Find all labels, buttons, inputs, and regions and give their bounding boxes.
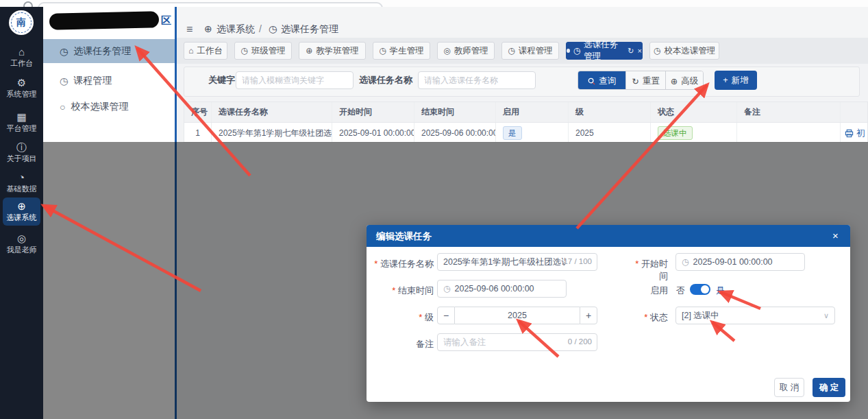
col-start: 开始时间	[332, 102, 414, 122]
confirm-button[interactable]: 确 定	[813, 378, 845, 397]
rail-item-system[interactable]: ⚙ 系统管理	[0, 77, 43, 99]
col-name: 选课任务名称	[212, 102, 332, 122]
home-icon: ⌂	[0, 47, 43, 58]
active-dot-icon	[567, 49, 570, 53]
clock-icon: ◷	[682, 257, 689, 267]
app-logo-seal-icon: 南	[11, 12, 32, 33]
alarm-clock-icon: ◷	[60, 46, 68, 57]
alarm-clock-icon: ◷	[269, 23, 277, 34]
char-counter: 17 / 100	[563, 257, 592, 265]
tab-task-management-active[interactable]: ◷ 选课任务管理 ↻ ×	[566, 42, 643, 60]
keyword-input[interactable]	[236, 71, 354, 89]
sidebar-item-course-management[interactable]: ◷ 课程管理	[43, 69, 175, 93]
task-name-field[interactable]: 17 / 100	[437, 253, 597, 271]
search-button[interactable]: 查询	[578, 71, 626, 90]
toggle-on-label: 是	[716, 285, 725, 297]
edit-task-modal: 编辑选课任务 × 选课任务名称 17 / 100 开始时间 ◷ 2025-09-…	[367, 225, 850, 402]
clock-icon: ◷	[654, 46, 660, 56]
clock-icon: ◷	[379, 46, 386, 56]
start-time-field-label: 开始时间	[627, 258, 668, 283]
school-name-redaction	[49, 11, 159, 29]
grade-value[interactable]: 2025	[455, 307, 580, 324]
plus-icon: +	[723, 75, 728, 85]
chevron-down-icon: ∨	[823, 311, 829, 320]
tab-teaching-class[interactable]: ⊕ 教学班管理	[299, 42, 366, 60]
add-button[interactable]: + 新增	[715, 71, 757, 90]
task-table: 序号 选课任务名称 开始时间 结束时间 启用 级 状态 备注 1 2025学年第…	[184, 101, 868, 143]
keyword-label: 关键字	[208, 74, 235, 86]
minus-button[interactable]: −	[437, 307, 455, 324]
col-status: 状态	[651, 102, 737, 122]
start-time-field[interactable]: ◷ 2025-09-01 00:00:00	[675, 253, 805, 271]
grade-field-label: 级	[413, 311, 434, 324]
col-actions	[841, 102, 867, 122]
status-field-label: 状态	[641, 311, 668, 324]
rail-item-basedata[interactable]: ◔ 基础数据	[0, 172, 43, 193]
modal-title: 编辑选课任务	[376, 230, 432, 243]
menu-icon[interactable]: ≡	[186, 23, 193, 36]
tab-close-icon[interactable]: ×	[638, 47, 642, 55]
breadcrumb-page[interactable]: 选课任务管理	[281, 23, 338, 36]
breadcrumb-separator: /	[259, 23, 262, 34]
tab-school-selection[interactable]: ◷ 校本选课管理	[649, 42, 719, 60]
alarm-clock-icon: ◷	[508, 46, 514, 56]
row-action-link[interactable]: 初	[845, 128, 865, 139]
cell-enabled: 是	[496, 123, 569, 143]
status-select[interactable]: [2] 选课中 ∨	[675, 307, 835, 324]
col-seq: 序号	[184, 102, 212, 122]
compass-icon: ⊕	[3, 201, 40, 212]
tab-class-management[interactable]: ◷ 班级管理	[234, 42, 292, 60]
col-enabled: 启用	[496, 102, 569, 122]
cell-name: 2025学年第1学期七年级社团选课	[212, 123, 332, 143]
pie-icon: ◔	[0, 172, 43, 183]
breadcrumb-section[interactable]: 选课系统	[216, 23, 255, 36]
enable-toggle[interactable]	[690, 284, 710, 295]
sidebar-item-school-selection[interactable]: ○ 校本选课管理	[43, 95, 175, 119]
reset-button[interactable]: ↻ 重置	[626, 71, 666, 90]
col-grade: 级	[569, 102, 651, 122]
cell-grade: 2025	[569, 123, 651, 143]
school-name: 区	[49, 11, 174, 32]
app-logo[interactable]: 南	[9, 10, 34, 35]
compass-icon: ⊕	[306, 46, 312, 56]
tab-workbench[interactable]: ⌂ 工作台	[184, 42, 227, 60]
tab-refresh-icon[interactable]: ↻	[628, 47, 634, 56]
tab-student-management[interactable]: ◷ 学生管理	[373, 42, 430, 60]
tab-teacher-management[interactable]: ◎ 教师管理	[437, 42, 495, 60]
sidebar-item-task-management[interactable]: ◷ 选课任务管理	[43, 39, 175, 63]
grid-icon: ▦	[0, 112, 43, 123]
cell-status: 选课中	[651, 123, 737, 143]
school-name-suffix: 区	[161, 14, 171, 27]
enable-field-label: 启用	[634, 285, 668, 297]
rail-item-platform[interactable]: ▦ 平台管理	[0, 112, 43, 133]
advanced-button[interactable]: ⊕ 高级	[666, 71, 703, 90]
rail-item-about[interactable]: ⓘ 关于项目	[0, 142, 43, 163]
cancel-button[interactable]: 取 消	[774, 378, 804, 397]
rail-item-course-selection[interactable]: ⊕ 选课系统	[3, 197, 40, 226]
table-row[interactable]: 1 2025学年第1学期七年级社团选课 2025-09-01 00:00:00 …	[184, 123, 867, 143]
refresh-icon: ↻	[632, 76, 638, 86]
cell-actions: 初	[841, 123, 867, 143]
zoom-plus-icon: ⊕	[671, 76, 678, 86]
toggle-knob	[701, 285, 709, 294]
task-name-label: 选课任务名称	[359, 74, 412, 86]
task-name-input[interactable]	[418, 71, 536, 89]
clock-icon: ◷	[443, 284, 450, 294]
app-screen: 南 ⌂ 工作台 ⚙ 系统管理 ▦ 平台管理 ⓘ 关于项目 ◔ 基础数据 ⊕ 选课…	[0, 0, 868, 419]
tab-course-management[interactable]: ◷ 课程管理	[501, 42, 559, 60]
plus-button[interactable]: +	[580, 307, 597, 324]
table-header-row: 序号 选课任务名称 开始时间 结束时间 启用 级 状态 备注	[184, 102, 867, 123]
close-icon[interactable]: ×	[832, 230, 839, 242]
gear-icon: ⚙	[0, 77, 43, 88]
enabled-badge: 是	[503, 126, 522, 140]
alarm-clock-icon: ◷	[573, 46, 580, 56]
col-end: 结束时间	[414, 102, 496, 122]
home-icon: ⌂	[188, 46, 193, 56]
end-time-field[interactable]: ◷ 2025-09-06 00:00:00	[437, 280, 567, 298]
remark-field[interactable]: 0 / 200	[437, 333, 597, 351]
cell-seq: 1	[184, 123, 212, 143]
cell-remark	[737, 123, 841, 143]
stopwatch-icon: ○	[60, 101, 65, 112]
rail-item-teacher[interactable]: ◎ 我是老师	[0, 233, 43, 254]
rail-item-workbench[interactable]: ⌂ 工作台	[0, 47, 43, 68]
